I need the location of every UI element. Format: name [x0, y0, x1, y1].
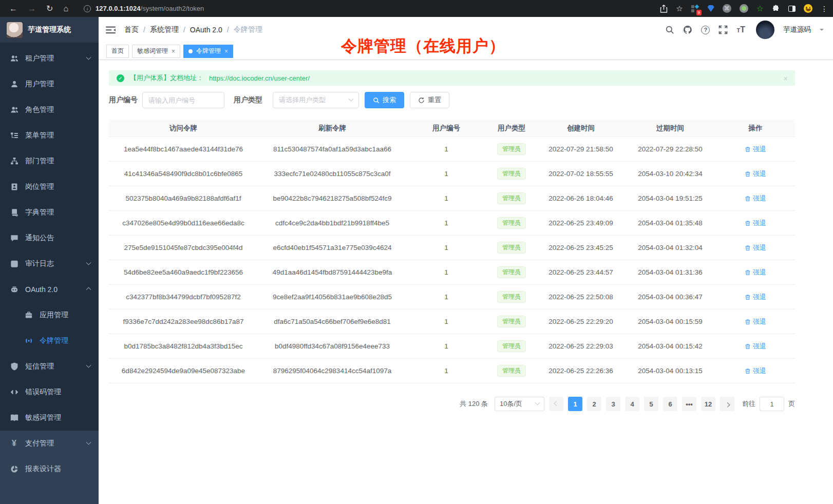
user-id-cell: 1 — [407, 342, 486, 350]
sidebar-item-badge[interactable]: 岗位管理 — [0, 174, 99, 200]
page-button-4[interactable]: 4 — [625, 397, 639, 411]
command-extension-icon[interactable]: ⌘ — [723, 4, 731, 13]
breadcrumb-item[interactable]: 系统管理 — [150, 25, 179, 34]
force-logout-button[interactable]: 强退 — [745, 366, 766, 376]
page-button-5[interactable]: 5 — [644, 397, 658, 411]
sidebar-item-users[interactable]: 租户管理 — [0, 46, 99, 71]
browser-home-icon[interactable]: ⌂ — [63, 4, 68, 13]
font-size-icon[interactable]: TT — [736, 25, 745, 34]
force-logout-button[interactable]: 强退 — [745, 342, 766, 351]
sidebar-item-org[interactable]: 部门管理 — [0, 148, 99, 174]
browser-forward-icon[interactable]: → — [28, 4, 36, 13]
pagination: 共 120 条 10条/页 123456•••12 前往 页 — [109, 397, 795, 411]
sidebar-item-audit[interactable]: 审计日志 — [0, 251, 99, 277]
alert-close-icon[interactable]: × — [783, 74, 788, 83]
site-info-icon[interactable]: i — [84, 5, 91, 12]
create-time-cell: 2022-06-25 23:45:25 — [537, 244, 624, 251]
page-size-select[interactable]: 10条/页 — [495, 397, 544, 411]
force-logout-button[interactable]: 强退 — [745, 317, 766, 326]
browser-address-bar[interactable]: i 127.0.0.1:1024/system/oauth2/token — [84, 5, 660, 12]
bookmark-star-icon[interactable]: ☆ — [676, 5, 683, 12]
force-logout-button[interactable]: 强退 — [745, 145, 766, 154]
sidebar-item-robot[interactable]: OAuth 2.0 — [0, 277, 99, 302]
sidebar-item-open-book[interactable]: 敏感词管理 — [0, 405, 99, 431]
sidebar-item-yen[interactable]: ¥支付管理 — [0, 431, 99, 456]
extension-badge: 9 — [696, 10, 702, 15]
browser-menu-icon[interactable]: ⋮ — [821, 5, 828, 12]
sidebar-item-signal[interactable]: 令牌管理 — [0, 328, 99, 354]
trash-icon — [745, 171, 751, 177]
force-logout-button[interactable]: 强退 — [745, 194, 766, 203]
search-button[interactable]: 搜索 — [365, 92, 404, 108]
sidebar-item-label: 应用管理 — [40, 311, 68, 320]
chevron-down-icon — [86, 362, 91, 367]
gem-extension-icon[interactable] — [708, 5, 714, 12]
reset-button[interactable]: 重置 — [410, 92, 449, 108]
user-type-select[interactable]: 请选择用户类型 — [273, 92, 359, 108]
create-time-cell: 2022-06-26 18:04:46 — [537, 195, 624, 202]
tab-item[interactable]: 首页 — [106, 45, 129, 58]
recorder-extension-icon[interactable] — [740, 4, 748, 13]
prev-page-button[interactable] — [549, 397, 563, 411]
next-page-button[interactable] — [720, 397, 734, 411]
page-button-6[interactable]: 6 — [663, 397, 677, 411]
goto-page-input[interactable] — [760, 397, 784, 411]
user-id-cell: 1 — [407, 318, 486, 325]
force-logout-button[interactable]: 强退 — [745, 219, 766, 228]
refresh-token-cell: 9ce8ef2aa9f14056b831ae9b608e28d5 — [258, 293, 407, 301]
user-name[interactable]: 芋道源码 — [783, 25, 811, 34]
app-logo-bar[interactable]: 芋道管理系统 — [0, 17, 99, 43]
breadcrumb-item[interactable]: OAuth 2.0 — [190, 26, 222, 34]
page-button-12[interactable]: 12 — [701, 397, 715, 411]
force-logout-button[interactable]: 强退 — [745, 293, 766, 302]
sidebar-item-notice[interactable]: 通知公告 — [0, 225, 99, 251]
pagination-ellipsis[interactable]: ••• — [682, 397, 696, 411]
sidebar-item-dict[interactable]: 字典管理 — [0, 200, 99, 225]
sidebar-item-label: 短信管理 — [25, 362, 54, 371]
tab-active[interactable]: 令牌管理× — [183, 45, 233, 58]
force-logout-button[interactable]: 强退 — [745, 243, 766, 253]
profile-avatar-icon[interactable] — [804, 4, 812, 13]
sidebar-toggle-icon[interactable] — [788, 6, 796, 12]
force-logout-button[interactable]: 强退 — [745, 169, 766, 179]
page-button-1[interactable]: 1 — [568, 397, 582, 411]
table-row: 502375b8040a469a9b82188afdf6af1fbe90422b… — [109, 186, 795, 211]
expire-time-cell: 2054-03-04 01:35:48 — [624, 219, 716, 227]
trash-icon — [745, 245, 751, 251]
sidebar-item-code[interactable]: 错误码管理 — [0, 379, 99, 405]
user-avatar[interactable] — [756, 21, 774, 39]
collapse-sidebar-icon[interactable] — [106, 25, 116, 35]
tab-item[interactable]: 敏感词管理× — [132, 45, 180, 58]
share-icon[interactable] — [660, 5, 668, 13]
access-token-cell: c347026e805e4d99b0d116eae66eda8c — [109, 219, 258, 227]
user-menu-caret-icon[interactable] — [820, 29, 824, 33]
force-logout-button[interactable]: 强退 — [745, 268, 766, 277]
sidebar-item-label: 菜单管理 — [25, 131, 54, 140]
sidebar-item-pie[interactable]: 报表设计器 — [0, 456, 99, 482]
github-icon[interactable] — [683, 25, 692, 34]
tab-close-icon[interactable]: × — [224, 48, 228, 55]
sidebar-item-briefcase[interactable]: 应用管理 — [0, 302, 99, 328]
extension-blocks-icon[interactable]: 9 — [691, 5, 699, 13]
browser-back-icon[interactable]: ← — [9, 4, 17, 13]
fullscreen-icon[interactable] — [718, 25, 728, 34]
page-button-2[interactable]: 2 — [587, 397, 601, 411]
sidebar-item-shield[interactable]: 短信管理 — [0, 354, 99, 379]
breadcrumb-item[interactable]: 首页 — [124, 25, 139, 34]
extensions-puzzle-icon[interactable] — [772, 5, 780, 13]
token-table: 访问令牌刷新令牌用户编号用户类型创建时间过期时间操作 1ea5e44f8bc14… — [109, 120, 795, 383]
sidebar-item-menu-tree[interactable]: 菜单管理 — [0, 123, 99, 148]
search-icon[interactable] — [665, 25, 674, 34]
sidebar-item-role[interactable]: 角色管理 — [0, 97, 99, 123]
browser-reload-icon[interactable]: ↻ — [46, 4, 53, 13]
page-button-3[interactable]: 3 — [606, 397, 620, 411]
expire-time-cell: 2054-03-04 01:32:04 — [624, 244, 716, 251]
sidebar-item-user[interactable]: 用户管理 — [0, 71, 99, 97]
doc-link[interactable]: https://doc.iocoder.cn/user-center/ — [209, 74, 310, 82]
star-extension-icon[interactable]: ☆ — [756, 5, 764, 13]
user-id-input[interactable] — [142, 92, 224, 108]
expire-time-cell: 2054-03-04 00:15:59 — [624, 318, 716, 325]
trash-icon — [745, 294, 751, 300]
tab-close-icon[interactable]: × — [172, 48, 175, 55]
help-icon[interactable]: ? — [701, 26, 710, 34]
